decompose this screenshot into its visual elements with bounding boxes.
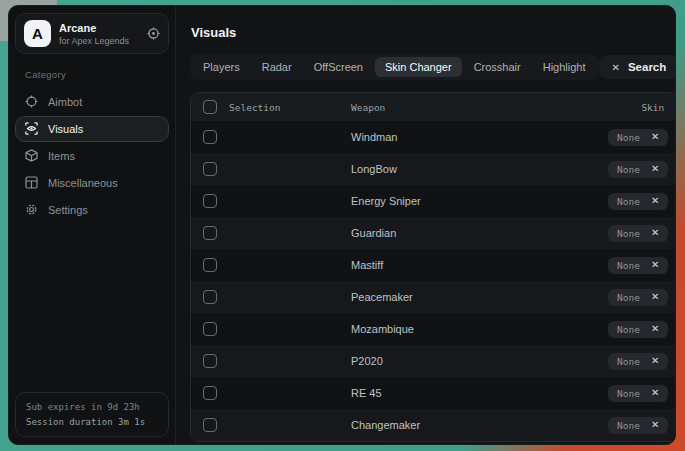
toolbar: Players Radar OffScreen Skin Changer Cro… — [190, 54, 676, 80]
app-window: A Arcane for Apex Legends Category — [8, 5, 676, 445]
weapon-name: LongBow — [351, 163, 546, 175]
app-logo: A — [24, 20, 51, 47]
remove-skin-icon[interactable]: ✕ — [651, 196, 659, 206]
weapon-skin-table: Selection Weapon Skin Windman None ✕ Lon… — [190, 92, 676, 442]
row-checkbox[interactable] — [203, 322, 217, 336]
skin-chip[interactable]: None ✕ — [608, 193, 668, 210]
select-all-checkbox[interactable] — [203, 100, 217, 114]
remove-skin-icon[interactable]: ✕ — [651, 388, 659, 398]
tab-radar[interactable]: Radar — [252, 57, 302, 77]
sidebar-item-label: Miscellaneous — [48, 177, 118, 189]
weapon-name: Guardian — [351, 227, 546, 239]
row-checkbox[interactable] — [203, 194, 217, 208]
table-row: Mastiff None ✕ — [191, 249, 676, 281]
row-checkbox[interactable] — [203, 418, 217, 432]
tab-skin-changer[interactable]: Skin Changer — [375, 57, 462, 77]
sidebar-item-label: Visuals — [48, 123, 83, 135]
weapon-name: Peacemaker — [351, 291, 546, 303]
app-header-card: A Arcane for Apex Legends — [15, 13, 169, 54]
sidebar-item-items[interactable]: Items — [15, 143, 169, 169]
gear-icon — [25, 203, 38, 218]
skin-chip-label: None — [617, 324, 640, 335]
search-button[interactable]: ✕ Search — [599, 55, 676, 79]
sidebar-item-miscellaneous[interactable]: Miscellaneous — [15, 170, 169, 196]
weapon-name: Mozambique — [351, 323, 546, 335]
crosshair-icon — [25, 95, 38, 110]
sidebar: A Arcane for Apex Legends Category — [9, 6, 176, 444]
sidebar-nav: Aimbot Visuals — [15, 89, 169, 223]
remove-skin-icon[interactable]: ✕ — [651, 420, 659, 430]
skin-chip[interactable]: None ✕ — [608, 257, 668, 274]
skin-chip[interactable]: None ✕ — [608, 353, 668, 370]
skin-chip[interactable]: None ✕ — [608, 289, 668, 306]
sub-expires-text: Sub expires in 9d 23h — [26, 400, 158, 414]
tab-crosshair[interactable]: Crosshair — [464, 57, 531, 77]
row-checkbox[interactable] — [203, 386, 217, 400]
row-checkbox[interactable] — [203, 354, 217, 368]
remove-skin-icon[interactable]: ✕ — [651, 132, 659, 142]
skin-chip-label: None — [617, 228, 640, 239]
app-title-block: Arcane for Apex Legends — [59, 22, 129, 46]
table-row: Mozambique None ✕ — [191, 313, 676, 345]
table-body: Windman None ✕ LongBow None ✕ Energy Sni… — [191, 121, 676, 441]
weapon-name: P2020 — [351, 355, 546, 367]
session-info-card: Sub expires in 9d 23h Session duration 3… — [15, 392, 169, 437]
target-icon[interactable] — [147, 27, 160, 40]
header-selection: Selection — [229, 102, 351, 113]
weapon-name: Energy Sniper — [351, 195, 546, 207]
skin-chip-label: None — [617, 260, 640, 271]
skin-chip-label: None — [617, 356, 640, 367]
category-label: Category — [25, 69, 169, 80]
row-checkbox[interactable] — [203, 258, 217, 272]
skin-chip-label: None — [617, 388, 640, 399]
skin-chip[interactable]: None ✕ — [608, 129, 668, 146]
remove-skin-icon[interactable]: ✕ — [651, 164, 659, 174]
table-row: Changemaker None ✕ — [191, 409, 676, 441]
table-row: LongBow None ✕ — [191, 153, 676, 185]
sidebar-item-visuals[interactable]: Visuals — [15, 116, 169, 142]
app-name: Arcane — [59, 22, 129, 34]
remove-skin-icon[interactable]: ✕ — [651, 260, 659, 270]
sidebar-item-settings[interactable]: Settings — [15, 197, 169, 223]
tab-highlight[interactable]: Highlight — [533, 57, 596, 77]
remove-skin-icon[interactable]: ✕ — [651, 324, 659, 334]
tab-bar: Players Radar OffScreen Skin Changer Cro… — [190, 54, 599, 80]
row-checkbox[interactable] — [203, 130, 217, 144]
skin-chip-label: None — [617, 196, 640, 207]
skin-chip[interactable]: None ✕ — [608, 161, 668, 178]
remove-skin-icon[interactable]: ✕ — [651, 292, 659, 302]
table-row: P2020 None ✕ — [191, 345, 676, 377]
main-panel: Visuals Players Radar OffScreen Skin Cha… — [176, 6, 676, 444]
header-weapon: Weapon — [351, 102, 546, 113]
sidebar-item-label: Items — [48, 150, 75, 162]
table-row: Guardian None ✕ — [191, 217, 676, 249]
row-checkbox[interactable] — [203, 226, 217, 240]
remove-skin-icon[interactable]: ✕ — [651, 356, 659, 366]
table-row: Energy Sniper None ✕ — [191, 185, 676, 217]
grid-icon — [25, 176, 38, 191]
table-row: Peacemaker None ✕ — [191, 281, 676, 313]
app-subtitle: for Apex Legends — [59, 36, 129, 46]
sidebar-item-label: Settings — [48, 204, 88, 216]
row-checkbox[interactable] — [203, 290, 217, 304]
row-checkbox[interactable] — [203, 162, 217, 176]
skin-chip[interactable]: None ✕ — [608, 417, 668, 434]
tab-players[interactable]: Players — [193, 57, 250, 77]
table-row: RE 45 None ✕ — [191, 377, 676, 409]
sidebar-item-label: Aimbot — [48, 96, 82, 108]
skin-chip[interactable]: None ✕ — [608, 385, 668, 402]
weapon-name: Windman — [351, 131, 546, 143]
sidebar-item-aimbot[interactable]: Aimbot — [15, 89, 169, 115]
search-button-label: Search — [628, 61, 666, 73]
desktop-background: A Arcane for Apex Legends Category — [0, 0, 685, 451]
skin-chip[interactable]: None ✕ — [608, 225, 668, 242]
eye-scan-icon — [25, 122, 38, 137]
tab-offscreen[interactable]: OffScreen — [304, 57, 373, 77]
remove-skin-icon[interactable]: ✕ — [651, 228, 659, 238]
weapon-name: RE 45 — [351, 387, 546, 399]
session-duration-text: Session duration 3m 1s — [26, 415, 158, 429]
skin-chip-label: None — [617, 164, 640, 175]
skin-chip[interactable]: None ✕ — [608, 321, 668, 338]
skin-chip-label: None — [617, 132, 640, 143]
page-title: Visuals — [191, 25, 676, 40]
